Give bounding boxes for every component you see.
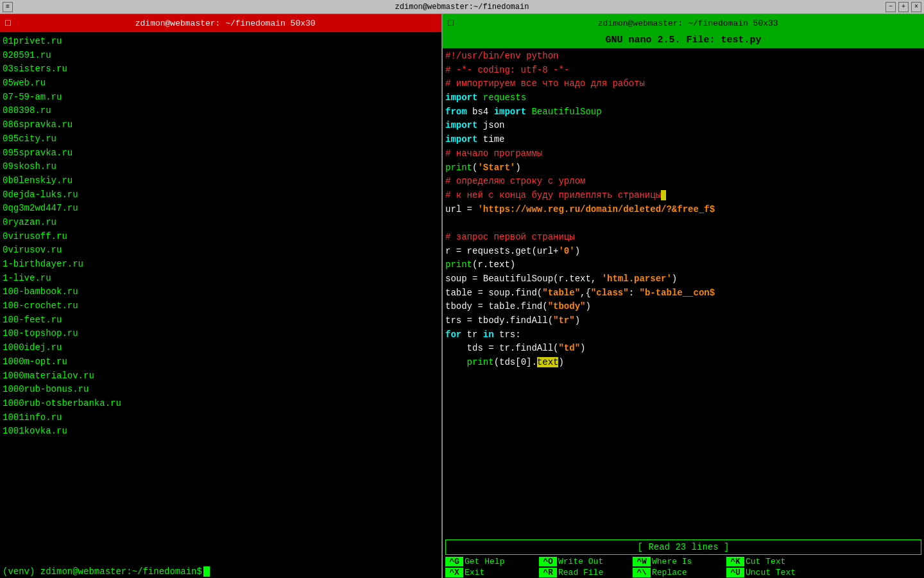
list-item: 1001kovka.ru — [3, 425, 439, 439]
nano-key-desc: Get Help — [465, 557, 529, 566]
list-item: 100-crochet.ru — [3, 299, 439, 313]
list-item: 100-topshop.ru — [3, 327, 439, 341]
minimize-button[interactable]: − — [886, 2, 896, 12]
close-button[interactable]: × — [911, 2, 921, 12]
left-pane-header: □ zdimon@webmaster: ~/finedomain 50x30 — [0, 14, 441, 32]
code-line: url = 'https://www.reg.ru/domain/deleted… — [445, 203, 921, 217]
code-line: print(r.text) — [445, 258, 921, 272]
right-terminal-pane[interactable]: □ zdimon@webmaster: ~/finedomain 50x33 G… — [443, 14, 924, 578]
code-line: import requests — [445, 91, 921, 105]
maximize-button[interactable]: + — [898, 2, 909, 12]
list-item: 05web.ru — [3, 76, 439, 91]
list-item: 1000idej.ru — [3, 341, 439, 355]
main-content: □ zdimon@webmaster: ~/finedomain 50x30 0… — [0, 14, 924, 578]
nano-key-desc: Where Is — [652, 557, 716, 566]
right-pane-header: □ zdimon@webmaster: ~/finedomain 50x33 — [443, 14, 924, 32]
list-item: 100-feet.ru — [3, 313, 439, 328]
nano-key[interactable]: ^U — [726, 568, 744, 577]
terminal-prompt: (venv) zdimon@webmaster:~/finedomain$ — [0, 565, 441, 578]
nano-key-desc: Read File — [558, 568, 622, 577]
code-line: for tr in trs: — [445, 328, 921, 342]
code-line: # -*- coding: utf-8 -*- — [445, 64, 921, 78]
nano-title-bar: GNU nano 2.5. File: test.py — [443, 32, 924, 48]
code-line: #!/usr/bin/env python — [445, 49, 921, 64]
code-editor-content: #!/usr/bin/env python# -*- coding: utf-8… — [443, 48, 924, 538]
list-item: 07-59-am.ru — [3, 91, 439, 105]
list-item: 1000rub-otsberbanka.ru — [3, 397, 439, 411]
nano-status-bar: [ Read 23 lines ] — [445, 539, 921, 555]
nano-key[interactable]: ^O — [539, 557, 557, 566]
nano-help-row: ^GGet Help^OWrite Out^WWhere Is^KCut Tex… — [443, 556, 924, 567]
list-item: 100-bambook.ru — [3, 285, 439, 299]
list-item: 1000m-opt.ru — [3, 355, 439, 369]
nano-key[interactable]: ^X — [445, 568, 463, 577]
list-item: 1-live.ru — [3, 272, 439, 286]
left-terminal-pane[interactable]: □ zdimon@webmaster: ~/finedomain 50x30 0… — [0, 14, 443, 578]
code-line: print(tds[0].text) — [445, 356, 921, 370]
code-line: import json — [445, 119, 921, 133]
nano-key[interactable]: ^R — [539, 568, 557, 577]
code-line: soup = BeautifulSoup(r.text, 'html.parse… — [445, 272, 921, 286]
nano-key-desc: Exit — [465, 568, 529, 577]
cursor — [203, 566, 210, 577]
code-line: # к ней с конца буду прилеплять страницы — [445, 189, 921, 203]
list-item: 1001info.ru — [3, 411, 439, 425]
code-line: r = requests.get(url+'0') — [445, 245, 921, 259]
list-item: 080398.ru — [3, 104, 439, 118]
right-pane-icon: □ — [448, 18, 453, 28]
list-item: 03sisters.ru — [3, 62, 439, 76]
code-line: tds = tr.findAll("td") — [445, 342, 921, 356]
system-menu-button[interactable]: ≡ — [3, 2, 13, 12]
nano-help-bar: ^GGet Help^OWrite Out^WWhere Is^KCut Tex… — [443, 556, 924, 578]
list-item: 0virusoff.ru — [3, 230, 439, 244]
left-pane-icon: □ — [5, 18, 10, 28]
code-line: table = soup.find("table",{"class": "b-t… — [445, 286, 921, 301]
list-item: 095spravka.ru — [3, 146, 439, 161]
code-line: from bs4 import BeautifulSoup — [445, 105, 921, 119]
code-line: # запрос первой страницы — [445, 231, 921, 245]
list-item: 01privet.ru — [3, 35, 439, 49]
nano-key-desc: Write Out — [558, 557, 622, 566]
list-item: 0virusov.ru — [3, 243, 439, 258]
list-item: 020591.ru — [3, 49, 439, 63]
title-bar-title: zdimon@webmaster:~/finedomain — [0, 3, 924, 12]
list-item: 0b0lenskiy.ru — [3, 174, 439, 188]
code-line: print('Start') — [445, 161, 921, 175]
nano-help-row: ^XExit^RRead File^\Replace^UUncut Text — [443, 567, 924, 578]
nano-key-desc: Replace — [652, 568, 716, 577]
list-item: 09skosh.ru — [3, 160, 439, 174]
prompt-text: (venv) zdimon@webmaster:~/finedomain$ — [3, 566, 202, 577]
code-line: # начало программы — [445, 147, 921, 161]
nano-key-desc: Cut Text — [746, 557, 810, 566]
code-line: # импортируем все что надо для работы — [445, 77, 921, 91]
list-item: 1-birthdayer.ru — [3, 258, 439, 272]
list-item: 0dejda-luks.ru — [3, 188, 439, 202]
list-item: 1000rub-bonus.ru — [3, 383, 439, 397]
title-bar-left: ≡ — [3, 2, 13, 12]
list-item: 095city.ru — [3, 132, 439, 146]
nano-key-desc: Uncut Text — [746, 568, 810, 577]
list-item: 1000materialov.ru — [3, 369, 439, 383]
code-line: # определяю строку с урлом — [445, 175, 921, 189]
title-bar: ≡ zdimon@webmaster:~/finedomain − + × — [0, 0, 924, 14]
code-line: tbody = table.find("tbody") — [445, 300, 921, 314]
code-line: import time — [445, 133, 921, 147]
left-pane-title: zdimon@webmaster: ~/finedomain 50x30 — [14, 19, 436, 28]
list-item: 0qg3m2wd447.ru — [3, 202, 439, 216]
nano-key[interactable]: ^K — [726, 557, 744, 566]
nano-key[interactable]: ^W — [633, 557, 651, 566]
nano-key[interactable]: ^\ — [633, 568, 651, 577]
code-line: trs = tbody.findAll("tr") — [445, 314, 921, 328]
code-line — [445, 216, 921, 231]
title-bar-controls: − + × — [886, 2, 921, 12]
left-pane-content: 01privet.ru020591.ru03sisters.ru05web.ru… — [0, 32, 441, 565]
right-pane-title: zdimon@webmaster: ~/finedomain 50x33 — [457, 19, 919, 28]
nano-key[interactable]: ^G — [445, 557, 463, 566]
list-item: 086spravka.ru — [3, 118, 439, 132]
list-item: 0ryazan.ru — [3, 216, 439, 230]
